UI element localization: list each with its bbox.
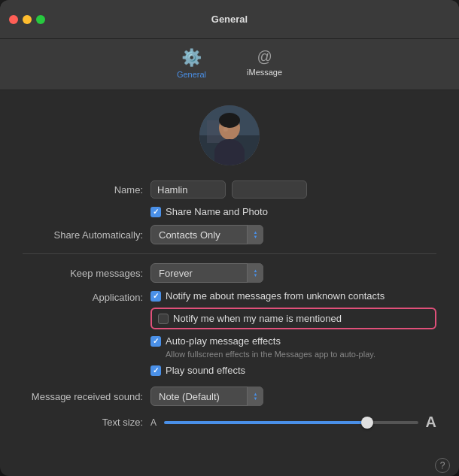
content-area: Name: ✓ Share Name and Photo Share Autom… bbox=[0, 90, 459, 452]
application-label: Application: bbox=[23, 290, 143, 303]
share-name-photo-label: Share Name and Photo bbox=[166, 206, 268, 217]
play-sound-label: Play sound effects bbox=[166, 365, 245, 376]
keep-messages-select-wrapper: Forever 1 Year 30 Days bbox=[150, 263, 263, 283]
notify-name-checkbox[interactable] bbox=[158, 314, 169, 324]
first-name-input[interactable] bbox=[150, 180, 226, 199]
tab-imessage[interactable]: @ iMessage bbox=[238, 45, 291, 82]
last-name-input[interactable] bbox=[232, 180, 307, 199]
titlebar: General bbox=[0, 0, 459, 39]
settings-window: General ⚙️ General @ iMessage bbox=[0, 0, 459, 476]
share-automatically-arrows[interactable] bbox=[247, 225, 263, 244]
share-automatically-content: Contacts Only Everyone Ask Each Time bbox=[150, 225, 436, 244]
share-name-photo-checkbox[interactable]: ✓ bbox=[150, 207, 161, 217]
play-sound-row: ✓ Play sound effects bbox=[150, 365, 436, 376]
message-sound-select-wrapper: Note (Default) Bamboo Chord Glass bbox=[150, 387, 263, 406]
help-section: ? bbox=[0, 452, 459, 476]
notify-name-row: Notify me when my name is mentioned bbox=[150, 308, 436, 329]
text-size-large-label: A bbox=[426, 414, 436, 431]
share-automatically-row: Share Automatically: Contacts Only Every… bbox=[23, 225, 436, 244]
name-inputs bbox=[150, 180, 436, 199]
maximize-button[interactable] bbox=[36, 15, 45, 24]
application-row: Application: ✓ Notify me about messages … bbox=[23, 290, 436, 382]
share-automatically-select-wrapper: Contacts Only Everyone Ask Each Time bbox=[150, 225, 263, 244]
text-size-row: Text size: A A bbox=[23, 414, 436, 431]
message-sound-row: Message received sound: Note (Default) B… bbox=[23, 387, 436, 406]
svg-point-5 bbox=[223, 127, 228, 132]
message-sound-content: Note (Default) Bamboo Chord Glass bbox=[150, 387, 436, 406]
text-size-slider-row: A A bbox=[150, 414, 436, 431]
svg-point-4 bbox=[219, 113, 240, 128]
text-size-content: A A bbox=[150, 414, 436, 431]
traffic-lights bbox=[9, 15, 45, 24]
avatar[interactable] bbox=[199, 105, 260, 165]
help-button[interactable]: ? bbox=[435, 458, 450, 473]
share-automatically-label: Share Automatically: bbox=[23, 229, 143, 241]
notify-unknown-label: Notify me about messages from unknown co… bbox=[166, 290, 385, 302]
application-content: ✓ Notify me about messages from unknown … bbox=[150, 290, 436, 382]
tab-general-label: General bbox=[177, 70, 206, 79]
message-sound-arrows[interactable] bbox=[247, 387, 263, 406]
tab-general[interactable]: ⚙️ General bbox=[168, 45, 215, 82]
keep-messages-content: Forever 1 Year 30 Days bbox=[150, 263, 436, 283]
text-size-slider[interactable] bbox=[164, 421, 418, 424]
notify-unknown-checkbox[interactable]: ✓ bbox=[150, 291, 161, 302]
minimize-button[interactable] bbox=[23, 15, 32, 24]
autoplay-checkbox[interactable]: ✓ bbox=[150, 336, 161, 347]
name-label: Name: bbox=[23, 184, 143, 196]
toolbar: ⚙️ General @ iMessage bbox=[0, 39, 459, 90]
keep-messages-row: Keep messages: Forever 1 Year 30 Days bbox=[23, 263, 436, 283]
window-title: General bbox=[211, 14, 248, 25]
tab-imessage-label: iMessage bbox=[247, 68, 282, 77]
slider-thumb bbox=[361, 417, 373, 429]
share-name-photo-row: ✓ Share Name and Photo bbox=[150, 206, 436, 217]
at-icon: @ bbox=[257, 48, 272, 65]
notify-unknown-row: ✓ Notify me about messages from unknown … bbox=[150, 290, 436, 302]
autoplay-subtext: Allow fullscreen effects in the Messages… bbox=[166, 350, 436, 359]
play-sound-checkbox[interactable]: ✓ bbox=[150, 365, 161, 376]
text-size-label: Text size: bbox=[23, 417, 143, 428]
avatar-image bbox=[199, 105, 260, 165]
keep-messages-label: Keep messages: bbox=[23, 268, 143, 279]
close-button[interactable] bbox=[9, 15, 18, 24]
notify-name-label: Notify me when my name is mentioned bbox=[173, 313, 342, 324]
autoplay-row: ✓ Auto-play message effects bbox=[150, 335, 436, 347]
text-size-small-label: A bbox=[150, 417, 157, 428]
gear-icon: ⚙️ bbox=[181, 48, 202, 68]
autoplay-label: Auto-play message effects bbox=[166, 335, 281, 347]
name-row: Name: bbox=[23, 180, 436, 199]
avatar-section bbox=[23, 105, 436, 165]
keep-messages-arrows[interactable] bbox=[247, 263, 263, 283]
separator-1 bbox=[23, 253, 436, 254]
avatar-svg bbox=[199, 105, 260, 165]
message-sound-label: Message received sound: bbox=[23, 391, 143, 402]
